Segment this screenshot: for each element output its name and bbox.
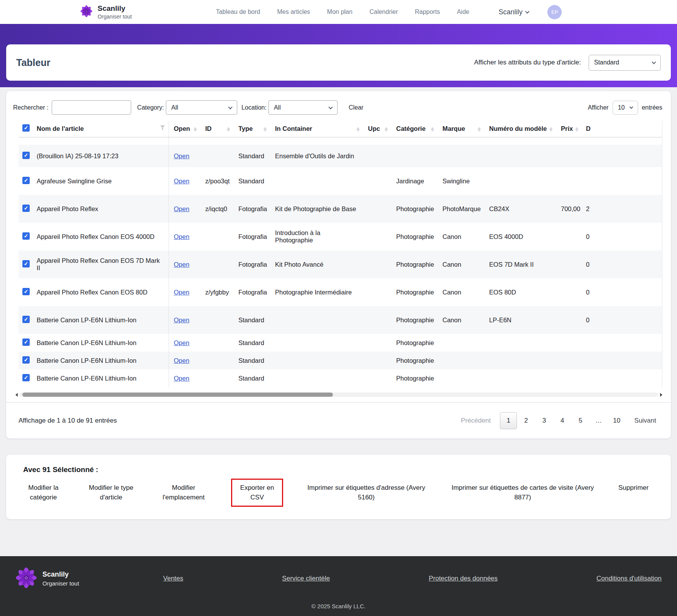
- cell-container: [270, 306, 363, 334]
- scroll-right-arrow-icon[interactable]: [660, 393, 662, 397]
- open-link[interactable]: Open: [174, 289, 189, 296]
- column-header-upc[interactable]: Upc: [368, 125, 380, 132]
- open-link[interactable]: Open: [174, 357, 189, 364]
- row-checkbox[interactable]: [22, 356, 30, 364]
- page-length-select[interactable]: 10: [613, 101, 638, 115]
- cell-type: Standard: [233, 306, 270, 334]
- row-checkbox[interactable]: [22, 374, 30, 381]
- row-checkbox[interactable]: [22, 316, 30, 323]
- scrollbar-thumb[interactable]: [22, 393, 333, 397]
- open-link[interactable]: Open: [174, 375, 189, 382]
- cell-brand: [437, 334, 484, 352]
- row-checkbox[interactable]: [22, 288, 30, 295]
- action-edit-item-type[interactable]: Modifier le type d'article: [86, 483, 136, 502]
- filter-icon[interactable]: [160, 125, 165, 132]
- open-link[interactable]: Open: [174, 339, 189, 346]
- nav-item[interactable]: Tableau de bord: [216, 8, 260, 15]
- open-link[interactable]: Open: [174, 316, 189, 323]
- account-menu[interactable]: Scanlily: [498, 8, 529, 16]
- row-checkbox[interactable]: [22, 338, 30, 346]
- category-select[interactable]: All: [166, 100, 237, 115]
- sort-icon[interactable]: [478, 126, 481, 132]
- footer-link[interactable]: Conditions d'utilisation: [596, 575, 662, 582]
- page-number-button[interactable]: …: [589, 417, 608, 425]
- open-link[interactable]: Open: [174, 152, 189, 159]
- previous-page-button[interactable]: Précédent: [461, 417, 491, 425]
- nav-item[interactable]: Calendrier: [370, 8, 398, 15]
- column-header-type[interactable]: Type: [238, 125, 253, 132]
- cell-d: [581, 334, 662, 352]
- search-label: Rechercher :: [13, 104, 49, 111]
- attribute-type-select[interactable]: Standard: [589, 55, 661, 71]
- row-checkbox[interactable]: [22, 232, 30, 240]
- cell-category: Photographie: [391, 334, 437, 352]
- cell-id: z/poo3qt: [200, 167, 233, 195]
- nav-item[interactable]: Rapports: [415, 8, 440, 15]
- open-link[interactable]: Open: [174, 178, 189, 184]
- column-header-price[interactable]: Prix: [561, 125, 573, 132]
- open-link[interactable]: Open: [174, 233, 189, 240]
- location-select[interactable]: All: [268, 100, 338, 115]
- sort-icon[interactable]: [385, 126, 388, 132]
- open-link[interactable]: Open: [174, 205, 189, 212]
- clear-button[interactable]: Clear: [349, 104, 363, 111]
- action-edit-location[interactable]: Modifier l'emplacement: [159, 483, 209, 502]
- next-page-button[interactable]: Suivant: [634, 417, 656, 425]
- action-edit-category[interactable]: Modifier la catégorie: [23, 483, 64, 502]
- page-number-button[interactable]: 3: [535, 417, 553, 425]
- table-row: Appareil Photo Reflex Canon EOS 4000D Op…: [19, 223, 662, 250]
- nav-item[interactable]: Aide: [457, 8, 469, 15]
- cell-upc: [363, 145, 391, 167]
- action-print-address-labels[interactable]: Imprimer sur étiquettes d'adresse (Avery…: [306, 483, 427, 502]
- column-header-open[interactable]: Open: [174, 125, 190, 132]
- row-checkbox[interactable]: [22, 177, 30, 184]
- footer-link[interactable]: Ventes: [163, 575, 183, 582]
- sort-icon[interactable]: [356, 126, 360, 132]
- column-header-name[interactable]: Nom de l'article: [37, 125, 84, 132]
- horizontal-scrollbar: [15, 393, 662, 397]
- footer-link[interactable]: Protection des données: [429, 575, 498, 582]
- page-number-button[interactable]: 4: [553, 417, 571, 425]
- column-header-brand[interactable]: Marque: [442, 125, 465, 132]
- sort-icon[interactable]: [549, 126, 552, 132]
- current-page-button[interactable]: 1: [500, 412, 517, 429]
- action-export-csv[interactable]: Exporter en CSV: [237, 483, 277, 502]
- column-header-d[interactable]: D: [586, 125, 591, 132]
- sort-icon[interactable]: [263, 126, 267, 132]
- scrollbar-track[interactable]: [20, 393, 658, 397]
- column-header-id[interactable]: ID: [205, 125, 212, 132]
- nav-item[interactable]: Mon plan: [327, 8, 353, 15]
- cell-upc: [363, 352, 391, 369]
- scroll-left-arrow-icon[interactable]: [15, 393, 18, 397]
- footer-link[interactable]: Service clientèle: [282, 575, 330, 582]
- page-number-button[interactable]: 10: [608, 417, 626, 425]
- cell-d: [581, 352, 662, 369]
- chevron-down-icon: [228, 105, 232, 109]
- cell-type: Fotografia: [233, 195, 270, 223]
- sort-icon[interactable]: [575, 126, 578, 132]
- cell-category: Photographie: [391, 352, 437, 369]
- sort-icon[interactable]: [227, 126, 230, 132]
- cell-upc: [363, 306, 391, 334]
- page-banner: Tableur Afficher les attributs du type d…: [0, 24, 677, 87]
- row-checkbox[interactable]: [22, 152, 30, 159]
- open-link[interactable]: Open: [174, 261, 189, 268]
- row-checkbox[interactable]: [22, 260, 30, 267]
- cell-price: [556, 369, 581, 387]
- cell-brand: PhotoMarque: [437, 195, 484, 223]
- column-header-category[interactable]: Catégorie: [396, 125, 425, 132]
- action-delete[interactable]: Supprimer: [618, 483, 648, 493]
- sort-icon[interactable]: [194, 126, 197, 132]
- column-header-container[interactable]: In Container: [275, 125, 312, 132]
- sort-icon[interactable]: [431, 126, 434, 132]
- action-print-business-card-labels[interactable]: Imprimer sur étiquettes de cartes de vis…: [449, 483, 596, 502]
- select-all-checkbox[interactable]: [22, 124, 30, 132]
- row-checkbox[interactable]: [22, 205, 30, 212]
- search-input[interactable]: [52, 100, 131, 115]
- page-number-button[interactable]: 2: [517, 417, 535, 425]
- avatar[interactable]: EP: [547, 5, 562, 19]
- cell-model: [484, 369, 556, 387]
- nav-item[interactable]: Mes articles: [277, 8, 310, 15]
- column-header-model[interactable]: Numéro du modèle: [489, 125, 547, 132]
- page-number-button[interactable]: 5: [571, 417, 589, 425]
